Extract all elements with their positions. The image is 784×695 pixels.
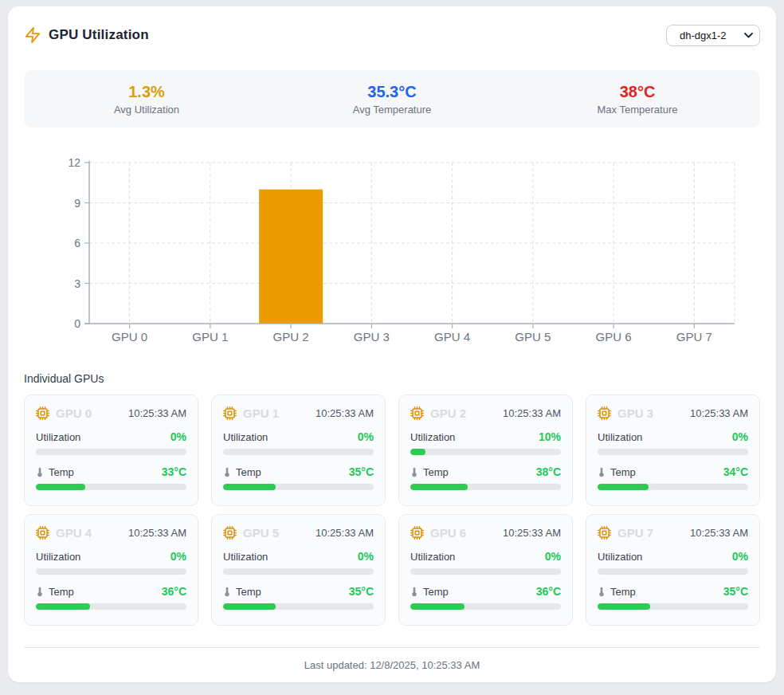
temp-progress xyxy=(410,603,561,610)
stat-avg-temperature: 35.3°C Avg Temperature xyxy=(269,82,515,116)
svg-text:12: 12 xyxy=(68,156,80,169)
temp-label-group: Temp xyxy=(36,466,74,478)
gpu-name: GPU 6 xyxy=(430,526,466,540)
utilization-progress xyxy=(36,449,186,455)
utilization-progress xyxy=(410,568,561,575)
temp-label: Temp xyxy=(423,466,449,478)
gpu-card: GPU 5 10:25:33 AM Utilization 0% Temp 35… xyxy=(211,514,386,626)
temp-label: Temp xyxy=(49,466,74,478)
temp-label-group: Temp xyxy=(598,586,636,598)
chip-icon xyxy=(410,406,424,420)
summary-stats: 1.3% Avg Utilization 35.3°C Avg Temperat… xyxy=(24,70,760,128)
footer: Last updated: 12/8/2025, 10:25:33 AM xyxy=(24,647,760,671)
temp-row: Temp 35°C xyxy=(598,585,748,598)
gpu-timestamp: 10:25:33 AM xyxy=(316,527,374,539)
temp-progress xyxy=(410,484,561,490)
utilization-progress-fill xyxy=(410,449,425,455)
host-select[interactable]: dh-dgx1-2 xyxy=(666,25,760,46)
temp-row: Temp 38°C xyxy=(410,465,561,478)
gpu-card: GPU 2 10:25:33 AM Utilization 10% Temp 3… xyxy=(398,395,573,506)
temp-value: 36°C xyxy=(162,585,186,598)
svg-text:9: 9 xyxy=(74,197,80,210)
gpu-card: GPU 3 10:25:33 AM Utilization 0% Temp 34… xyxy=(586,395,760,506)
utilization-row: Utilization 0% xyxy=(36,430,186,443)
gpu-timestamp: 10:25:33 AM xyxy=(503,407,561,419)
temp-progress-fill xyxy=(223,484,276,490)
temp-progress xyxy=(36,603,186,610)
temp-progress xyxy=(598,603,748,610)
utilization-value: 0% xyxy=(732,430,748,443)
temp-value: 35°C xyxy=(349,585,374,598)
temp-value: 35°C xyxy=(723,585,748,598)
chip-icon xyxy=(223,526,237,540)
utilization-value: 0% xyxy=(732,550,748,563)
utilization-progress xyxy=(598,568,748,575)
utilization-label: Utilization xyxy=(410,551,455,563)
utilization-row: Utilization 0% xyxy=(223,550,374,563)
utilization-label: Utilization xyxy=(223,431,268,443)
gpu-card: GPU 1 10:25:33 AM Utilization 0% Temp 35… xyxy=(211,395,386,506)
temp-label-group: Temp xyxy=(36,586,74,598)
temp-progress-fill xyxy=(410,603,465,610)
temp-progress-fill xyxy=(410,484,468,490)
gpu-name: GPU 2 xyxy=(430,406,466,420)
utilization-label: Utilization xyxy=(36,551,80,563)
temp-row: Temp 36°C xyxy=(36,585,186,598)
gpu-name: GPU 0 xyxy=(56,406,92,420)
gpu-card: GPU 7 10:25:33 AM Utilization 0% Temp 35… xyxy=(586,514,760,626)
gpu-name: GPU 7 xyxy=(617,526,653,540)
utilization-value: 0% xyxy=(358,550,374,563)
gpu-card-header: GPU 7 10:25:33 AM xyxy=(598,526,748,540)
temp-value: 35°C xyxy=(349,465,374,478)
gpu-card: GPU 4 10:25:33 AM Utilization 0% Temp 36… xyxy=(24,514,198,626)
svg-text:6: 6 xyxy=(74,237,80,249)
temp-progress-fill xyxy=(598,603,650,610)
chip-icon xyxy=(36,406,49,420)
gpu-card-grid: GPU 0 10:25:33 AM Utilization 0% Temp 33… xyxy=(24,395,760,626)
thermometer-icon xyxy=(36,467,44,477)
temp-label-group: Temp xyxy=(410,466,449,478)
temp-progress xyxy=(36,484,186,490)
avg-utilization-value: 1.3% xyxy=(24,82,269,101)
thermometer-icon xyxy=(223,587,231,597)
thermometer-icon xyxy=(410,587,418,597)
individual-gpus-title: Individual GPUs xyxy=(24,372,760,385)
temp-label-group: Temp xyxy=(598,466,636,478)
temp-label: Temp xyxy=(423,586,449,598)
gpu-utilization-bar-chart: 036912GPU 0GPU 1GPU 2GPU 3GPU 4GPU 5GPU … xyxy=(24,153,760,344)
utilization-value: 0% xyxy=(545,550,561,563)
utilization-row: Utilization 10% xyxy=(410,430,561,443)
utilization-value: 0% xyxy=(171,430,186,443)
svg-text:GPU 3: GPU 3 xyxy=(354,330,390,344)
gpu-timestamp: 10:25:33 AM xyxy=(128,407,186,419)
gpu-card-header: GPU 0 10:25:33 AM xyxy=(36,406,186,420)
gpu-card-header: GPU 5 10:25:33 AM xyxy=(223,526,374,540)
utilization-label: Utilization xyxy=(410,431,455,443)
temp-progress-fill xyxy=(598,484,649,490)
max-temperature-value: 38°C xyxy=(515,82,760,101)
avg-temperature-label: Avg Temperature xyxy=(269,104,515,116)
svg-text:GPU 5: GPU 5 xyxy=(515,330,551,344)
gpu-name: GPU 1 xyxy=(243,406,279,420)
gpu-timestamp: 10:25:33 AM xyxy=(690,407,748,419)
chip-icon xyxy=(410,526,424,540)
svg-text:GPU 6: GPU 6 xyxy=(596,330,632,344)
svg-text:GPU 7: GPU 7 xyxy=(676,330,712,344)
temp-label: Temp xyxy=(610,586,636,598)
page-title: GPU Utilization xyxy=(49,27,149,43)
utilization-value: 10% xyxy=(539,430,561,443)
utilization-progress xyxy=(36,568,186,575)
last-updated-text: Last updated: 12/8/2025, 10:25:33 AM xyxy=(304,659,480,671)
temp-row: Temp 35°C xyxy=(223,465,374,478)
max-temperature-label: Max Temperature xyxy=(515,104,760,116)
svg-text:GPU 2: GPU 2 xyxy=(273,330,309,344)
gpu-card-header: GPU 1 10:25:33 AM xyxy=(223,406,374,420)
utilization-label: Utilization xyxy=(598,431,642,443)
utilization-row: Utilization 0% xyxy=(223,430,374,443)
utilization-progress xyxy=(223,568,374,575)
gpu-timestamp: 10:25:33 AM xyxy=(128,527,186,539)
chip-icon xyxy=(223,406,237,420)
thermometer-icon xyxy=(410,467,418,477)
temp-label: Temp xyxy=(49,586,74,598)
utilization-progress xyxy=(598,449,748,455)
